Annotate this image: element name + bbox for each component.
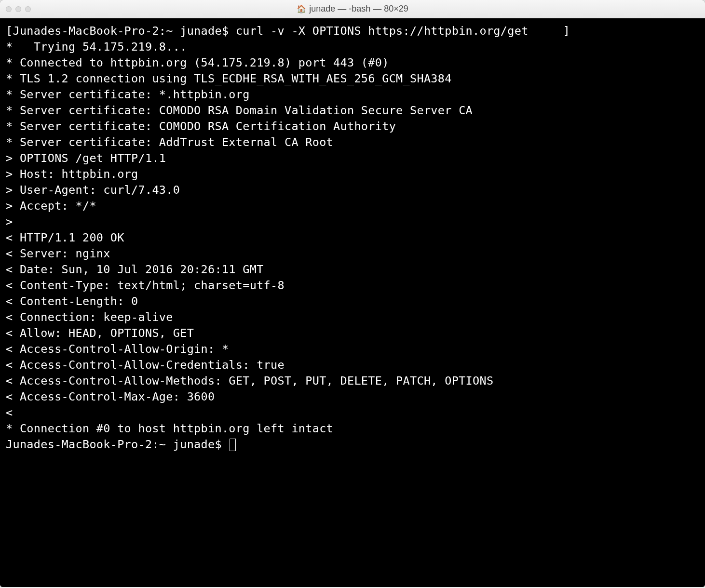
terminal-line: < HTTP/1.1 200 OK — [6, 230, 699, 246]
terminal-line: < Access-Control-Allow-Credentials: true — [6, 357, 699, 373]
terminal-line: * Server certificate: COMODO RSA Certifi… — [6, 119, 699, 134]
terminal-line: > User-Agent: curl/7.43.0 — [6, 182, 699, 198]
terminal-line: < Access-Control-Allow-Methods: GET, POS… — [6, 373, 699, 389]
terminal-line: [Junades-MacBook-Pro-2:~ junade$ curl -v… — [6, 23, 699, 39]
terminal-prompt-line: Junades-MacBook-Pro-2:~ junade$ — [6, 437, 699, 453]
terminal-line: > Host: httpbin.org — [6, 166, 699, 182]
title-bar[interactable]: 🏠 junade — -bash — 80×29 — [0, 0, 705, 18]
maximize-button[interactable] — [25, 6, 31, 12]
terminal-line: < Content-Length: 0 — [6, 294, 699, 309]
terminal-line: * Connected to httpbin.org (54.175.219.8… — [6, 55, 699, 71]
minimize-button[interactable] — [15, 6, 21, 12]
terminal-line: * Server certificate: *.httpbin.org — [6, 87, 699, 103]
terminal-line: * TLS 1.2 connection using TLS_ECDHE_RSA… — [6, 71, 699, 87]
prompt-text: Junades-MacBook-Pro-2:~ junade$ — [6, 438, 229, 451]
terminal-line: * Server certificate: AddTrust External … — [6, 134, 699, 150]
terminal-line: < — [6, 405, 699, 421]
terminal-line: > OPTIONS /get HTTP/1.1 — [6, 150, 699, 166]
terminal-line: * Connection #0 to host httpbin.org left… — [6, 421, 699, 437]
cursor — [230, 439, 236, 451]
terminal-line: < Date: Sun, 10 Jul 2016 20:26:11 GMT — [6, 262, 699, 278]
traffic-lights — [6, 6, 31, 12]
close-button[interactable] — [6, 6, 12, 12]
terminal-line: * Trying 54.175.219.8... — [6, 39, 699, 55]
home-icon: 🏠 — [297, 4, 306, 13]
terminal-line: < Allow: HEAD, OPTIONS, GET — [6, 325, 699, 341]
terminal-line: > — [6, 214, 699, 230]
terminal-line: * Server certificate: COMODO RSA Domain … — [6, 103, 699, 119]
window-title: 🏠 junade — -bash — 80×29 — [297, 4, 408, 14]
terminal-line: > Accept: */* — [6, 198, 699, 214]
terminal-line: < Server: nginx — [6, 246, 699, 262]
title-label: junade — -bash — 80×29 — [309, 4, 408, 14]
terminal-line: < Connection: keep-alive — [6, 309, 699, 325]
terminal-window: 🏠 junade — -bash — 80×29 [Junades-MacBoo… — [0, 0, 705, 587]
terminal-body[interactable]: [Junades-MacBook-Pro-2:~ junade$ curl -v… — [0, 18, 705, 587]
terminal-line: < Access-Control-Allow-Origin: * — [6, 341, 699, 357]
terminal-line: < Content-Type: text/html; charset=utf-8 — [6, 278, 699, 294]
terminal-line: < Access-Control-Max-Age: 3600 — [6, 389, 699, 405]
